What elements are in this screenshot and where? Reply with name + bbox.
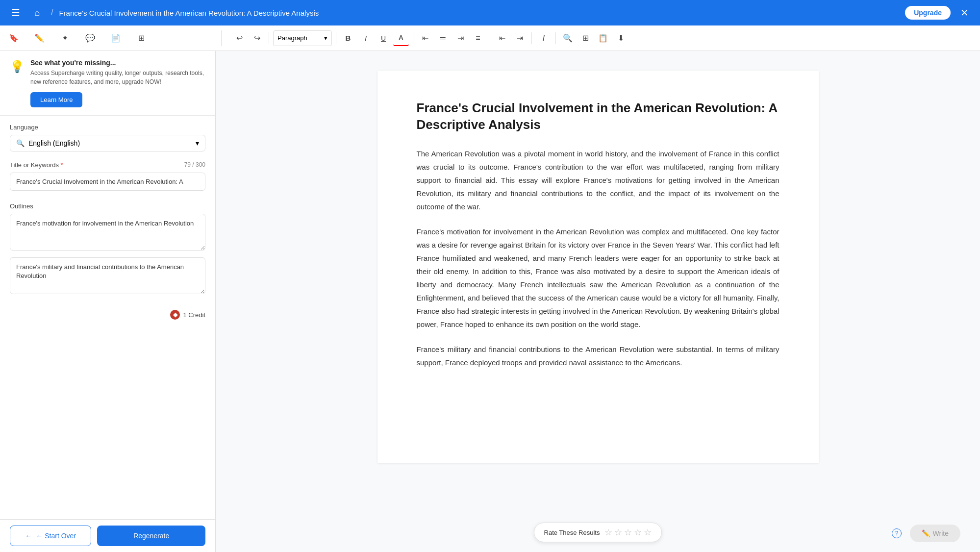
start-over-button[interactable]: ← ← Start Over [10,526,91,546]
paragraph-style-label: Paragraph [277,34,307,42]
star-3[interactable]: ☆ [624,527,632,538]
sidebar-footer: ← ← Start Over Regenerate [0,519,215,552]
copy-format-button[interactable]: ⊞ [578,30,593,46]
document-area: France's Crucial Involvement in the Amer… [216,51,980,552]
arrow-left-icon: ← [25,532,32,540]
document-paragraph-3: France's military and financial contribu… [417,343,779,369]
download-button[interactable]: ⬇ [613,30,628,46]
document-title: France's Crucial Involvement in the Amer… [417,100,779,133]
toolbar-divider-1 [269,32,269,44]
redo-button[interactable]: ↪ [249,30,265,46]
star-rating[interactable]: ☆ ☆ ☆ ☆ ☆ [604,527,652,538]
search-button[interactable]: 🔍 [560,30,576,46]
outlines-section: Outlines France's motivation for involve… [10,202,205,296]
toolbar-divider-2 [336,32,336,44]
help-icon[interactable]: ? [892,528,902,538]
toolbar-divider-3 [413,32,413,44]
character-counter: 79 / 300 [184,161,205,168]
align-left-button[interactable]: ⇤ [417,30,433,46]
credit-icon: ◆ [170,310,180,320]
main-content: 💡 See what you're missing... Access Supe… [0,51,980,552]
document-page: France's Crucial Involvement in the Amer… [377,71,819,463]
learn-more-button[interactable]: Learn More [30,92,82,107]
toolbar-divider-4 [490,32,490,44]
language-select-wrapper[interactable]: 🔍 English (English) ▾ [10,135,205,151]
outline-textarea-2[interactable]: France's military and financial contribu… [10,257,205,294]
toolbar-divider-5 [531,32,532,44]
bookmark-icon-button[interactable]: 🔖 [6,30,22,46]
paragraph-style-select[interactable]: Paragraph ▾ [273,30,332,46]
columns-icon-button[interactable]: ⊞ [133,30,149,46]
upgrade-button[interactable]: Upgrade [905,6,951,20]
document-icon-button[interactable]: 📄 [108,30,124,46]
rate-label: Rate These Results [544,529,600,536]
align-right-button[interactable]: ⇥ [452,30,468,46]
chevron-down-icon: ▾ [196,139,199,147]
lightbulb-icon: 💡 [10,60,25,107]
promo-content: See what you're missing... Access Superc… [30,59,205,107]
hamburger-menu-button[interactable]: ☰ [8,5,24,21]
outdent-button[interactable]: ⇤ [494,30,510,46]
star-4[interactable]: ☆ [634,527,642,538]
title-keywords-section: Title or Keywords * 79 / 300 [10,161,205,193]
align-center-button[interactable]: ═ [435,30,451,46]
promo-title: See what you're missing... [30,59,205,67]
language-label: Language [10,124,205,131]
text-color-button[interactable]: A [393,30,409,46]
promo-banner: 💡 See what you're missing... Access Supe… [0,51,215,116]
left-sidebar: 💡 See what you're missing... Access Supe… [0,51,216,552]
toolbar-divider-6 [555,32,556,44]
document-paragraph-1: The American Revolution was a pivotal mo… [417,147,779,213]
document-paragraph-2: France's motivation for involvement in t… [417,225,779,331]
sidebar-form: Language 🔍 English (English) ▾ Title or … [0,116,215,519]
underline-button[interactable]: U [376,30,391,46]
required-indicator: * [61,161,63,169]
rate-results-bar: Rate These Results ☆ ☆ ☆ ☆ ☆ [534,523,662,542]
editor-toolbar: 🔖 ✏️ ✦ 💬 📄 ⊞ ↩ ↪ Paragraph ▾ B I U A ⇤ ═… [0,25,980,51]
chat-icon-button[interactable]: 💬 [82,30,98,46]
indent-button[interactable]: ⇥ [512,30,528,46]
close-button[interactable]: ✕ [956,5,972,21]
pencil-icon-button[interactable]: ✏️ [31,30,47,46]
undo-button[interactable]: ↩ [231,30,247,46]
star-2[interactable]: ☆ [614,527,622,538]
top-navigation: ☰ ⌂ / France's Crucial Involvement in th… [0,0,980,25]
promo-text: Access Supercharge writing quality, long… [30,69,205,86]
italic-button[interactable]: I [358,30,374,46]
language-section: Language 🔍 English (English) ▾ [10,124,205,151]
title-label: Title or Keywords * 79 / 300 [10,161,205,169]
outline-textarea-1[interactable]: France's motivation for involvement in t… [10,214,205,251]
write-icon: ✏️ [922,529,930,537]
title-input[interactable] [10,173,205,191]
home-button[interactable]: ⌂ [29,5,45,21]
chevron-down-icon: ▾ [324,34,327,42]
search-icon: 🔍 [16,139,25,147]
outlines-label: Outlines [10,202,205,210]
credit-row: ◆ 1 Credit [10,306,205,324]
italic-style-button[interactable]: I [536,30,552,46]
page-title: France's Crucial Involvement in the Amer… [59,9,899,17]
regenerate-button[interactable]: Regenerate [97,526,205,546]
credit-label: 1 Credit [183,311,205,319]
star-1[interactable]: ☆ [604,527,612,538]
magic-icon-button[interactable]: ✦ [57,30,73,46]
breadcrumb-separator: / [51,8,53,17]
align-justify-button[interactable]: ≡ [470,30,486,46]
language-value: English (English) [28,139,80,147]
write-button[interactable]: ✏️ Write [910,525,960,542]
star-5[interactable]: ☆ [644,527,652,538]
write-label: Write [933,529,949,537]
clipboard-button[interactable]: 📋 [595,30,611,46]
bold-button[interactable]: B [340,30,356,46]
